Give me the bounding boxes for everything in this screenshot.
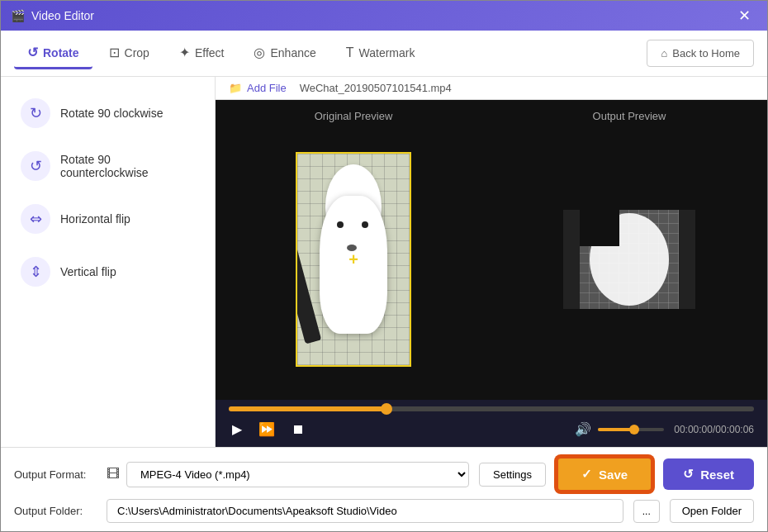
output-dark-area [580,210,619,246]
output-video-frame [563,210,695,309]
fast-forward-button[interactable]: ⏩ [255,418,278,440]
original-preview-label: Original Preview [315,110,393,122]
horizontal-flip-option[interactable]: ⇔ Horizontal flip [11,196,205,242]
volume-icon[interactable]: 🔊 [575,421,591,437]
tab-enhance[interactable]: ◎ Enhance [240,38,329,69]
rotate-tab-label: Rotate [43,46,79,59]
effect-tab-icon: ✦ [179,45,190,60]
enhance-tab-label: Enhance [270,46,315,59]
progress-track[interactable] [229,406,754,411]
preview-area: Original Preview + [216,100,767,400]
rotate-ccw-icon: ↺ [21,151,50,181]
back-to-home-button[interactable]: ⌂ Back to Home [647,40,754,67]
reset-button[interactable]: ↺ Reset [663,458,754,490]
folder-input[interactable] [107,499,623,523]
volume-area: 🔊 [575,421,664,437]
more-button[interactable]: ... [633,500,660,523]
window-icon: 🎬 [11,9,25,22]
back-button-label: Back to Home [672,47,740,59]
original-video-frame: + [296,152,411,367]
settings-button[interactable]: Settings [479,463,546,487]
output-video-container [501,129,757,390]
vertical-flip-icon: ⇕ [21,257,50,287]
stop-button[interactable]: ⏹ [288,419,308,440]
volume-track[interactable] [598,428,664,431]
filename-display: WeChat_20190507101541.mp4 [300,82,452,94]
save-check-icon: ✓ [581,467,592,482]
format-icon: 🎞 [107,467,120,482]
tab-crop[interactable]: ⊡ Crop [96,38,163,69]
file-bar: 📁 Add File WeChat_20190507101541.mp4 [216,77,767,100]
close-button[interactable]: ✕ [732,3,757,28]
bottom-bar: Output Format: 🎞 MPEG-4 Video (*.mp4) Se… [1,447,767,531]
title-bar: 🎬 Video Editor ✕ [1,1,767,31]
dog-eye-left [337,221,344,228]
window-title: Video Editor [31,9,94,22]
add-file-button[interactable]: 📁 Add File [229,82,287,94]
add-file-label: Add File [247,82,287,94]
dog-eye-right [362,221,368,228]
progress-container[interactable] [229,406,754,411]
crop-tab-label: Crop [125,46,149,59]
time-display: 00:00:00/00:00:06 [674,424,754,435]
rotate-ccw-option[interactable]: ↺ Rotate 90 counterclockwise [11,143,205,189]
rotate-cw-label: Rotate 90 clockwise [60,107,164,120]
tab-effect[interactable]: ✦ Effect [166,38,238,69]
vertical-flip-label: Vertical flip [60,265,116,278]
output-format-label: Output Format: [14,468,97,481]
output-folder-label: Output Folder: [14,505,97,517]
cross-cursor: + [348,250,358,269]
rotate-cw-icon: ↻ [21,98,50,128]
format-row: Output Format: 🎞 MPEG-4 Video (*.mp4) Se… [14,456,754,492]
watermark-tab-icon: T [346,45,354,60]
tab-watermark[interactable]: T Watermark [333,39,429,69]
save-button[interactable]: ✓ Save [556,456,653,492]
rotate-ccw-label: Rotate 90 counterclockwise [60,153,195,179]
volume-thumb[interactable] [629,425,639,435]
horizontal-flip-icon: ⇔ [21,204,50,234]
vertical-flip-option[interactable]: ⇕ Vertical flip [11,249,205,295]
original-video-container: + [225,129,481,390]
video-editor-window: 🎬 Video Editor ✕ ↺ Rotate ⊡ Crop ✦ Effec… [0,0,768,532]
output-preview-pane: Output Preview [491,100,767,400]
output-dog-scene [580,210,679,309]
home-icon: ⌂ [661,47,667,59]
watermark-tab-label: Watermark [359,46,415,59]
progress-thumb[interactable] [381,403,392,415]
toolbar: ↺ Rotate ⊡ Crop ✦ Effect ◎ Enhance T Wat… [1,31,767,77]
crop-tab-icon: ⊡ [109,45,120,60]
dog-scene: + [297,154,410,365]
progress-fill [229,406,386,411]
add-file-icon: 📁 [229,82,242,94]
tab-rotate[interactable]: ↺ Rotate [14,38,92,69]
original-preview-pane: Original Preview + [216,100,491,400]
controls-bar: ▶ ⏩ ⏹ 🔊 00:00:00/00:00:06 [216,400,767,447]
open-folder-button[interactable]: Open Folder [670,499,754,523]
effect-tab-label: Effect [195,46,225,59]
enhance-tab-icon: ◎ [254,45,265,60]
rotate-tab-icon: ↺ [27,45,38,60]
play-button[interactable]: ▶ [229,418,245,440]
left-panel: ↻ Rotate 90 clockwise ↺ Rotate 90 counte… [1,77,216,447]
reset-label: Reset [700,468,734,482]
playback-controls: ▶ ⏩ ⏹ 🔊 00:00:00/00:00:06 [229,418,754,440]
horizontal-flip-label: Horizontal flip [60,212,130,226]
content-area: ↻ Rotate 90 clockwise ↺ Rotate 90 counte… [1,77,767,447]
format-select-wrapper: 🎞 MPEG-4 Video (*.mp4) [107,462,469,487]
output-preview-label: Output Preview [593,110,666,122]
action-buttons: ✓ Save ↺ Reset [556,456,754,492]
folder-row: Output Folder: ... Open Folder [14,499,754,523]
right-panel: 📁 Add File WeChat_20190507101541.mp4 Ori… [216,77,767,447]
save-label: Save [599,468,628,482]
toolbar-tabs: ↺ Rotate ⊡ Crop ✦ Effect ◎ Enhance T Wat… [14,38,647,69]
format-select[interactable]: MPEG-4 Video (*.mp4) [126,462,469,487]
reset-icon: ↺ [683,467,694,482]
rotate-cw-option[interactable]: ↻ Rotate 90 clockwise [11,90,205,136]
